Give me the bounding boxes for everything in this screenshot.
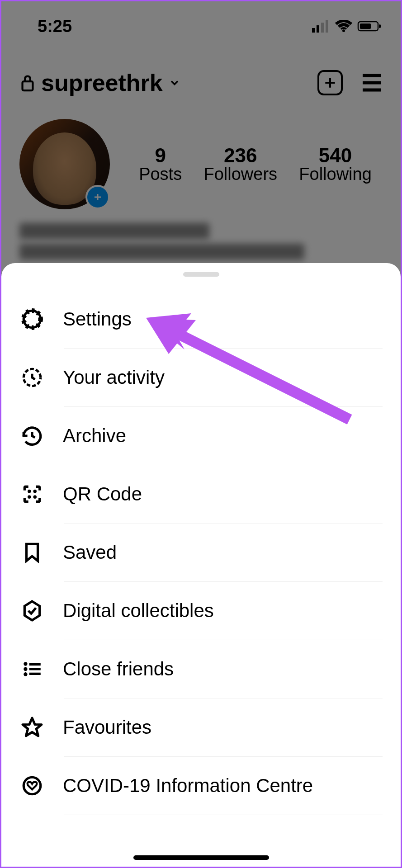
chevron-down-icon bbox=[168, 76, 181, 89]
following-count: 540 bbox=[319, 144, 352, 167]
svg-point-15 bbox=[33, 495, 37, 499]
svg-point-12 bbox=[28, 490, 31, 493]
svg-rect-0 bbox=[312, 28, 315, 33]
sheet-handle[interactable] bbox=[183, 272, 219, 277]
username-selector[interactable]: supreethrk bbox=[19, 69, 181, 96]
menu-bottom-sheet: Settings Your activity Archiv bbox=[1, 263, 401, 867]
svg-point-16 bbox=[24, 662, 27, 665]
qr-code-icon bbox=[19, 481, 45, 507]
settings-icon bbox=[19, 307, 45, 332]
status-bar: 5:25 bbox=[1, 1, 401, 51]
heart-circle-icon bbox=[19, 773, 45, 798]
followers-label: Followers bbox=[203, 165, 277, 184]
status-time: 5:25 bbox=[38, 17, 72, 36]
svg-rect-2 bbox=[321, 23, 324, 33]
followers-count: 236 bbox=[224, 144, 257, 167]
svg-rect-6 bbox=[360, 24, 371, 29]
menu-item-activity[interactable]: Your activity bbox=[19, 349, 383, 406]
plus-icon bbox=[92, 192, 103, 203]
menu-item-collectibles[interactable]: Digital collectibles bbox=[19, 582, 383, 640]
posts-stat[interactable]: 9 Posts bbox=[139, 144, 182, 184]
avatar-wrapper[interactable] bbox=[19, 119, 110, 209]
followers-stat[interactable]: 236 Followers bbox=[203, 144, 277, 184]
menu-item-archive[interactable]: Archive bbox=[19, 407, 383, 465]
menu-item-close-friends[interactable]: Close friends bbox=[19, 640, 383, 698]
menu-item-favourites[interactable]: Favourites bbox=[19, 698, 383, 756]
svg-rect-7 bbox=[379, 24, 381, 28]
menu-label: Settings bbox=[63, 308, 132, 330]
wifi-icon bbox=[335, 20, 353, 33]
svg-point-4 bbox=[342, 29, 345, 32]
cellular-signal-icon bbox=[312, 20, 330, 33]
svg-point-17 bbox=[24, 667, 27, 671]
battery-icon bbox=[357, 20, 383, 33]
home-indicator[interactable] bbox=[133, 855, 269, 860]
activity-icon bbox=[19, 365, 45, 390]
bio bbox=[19, 223, 313, 264]
menu-label: QR Code bbox=[63, 483, 142, 505]
plus-icon bbox=[323, 75, 337, 90]
svg-point-18 bbox=[24, 672, 27, 676]
create-button[interactable] bbox=[317, 70, 343, 95]
menu-item-saved[interactable]: Saved bbox=[19, 524, 383, 581]
following-stat[interactable]: 540 Following bbox=[299, 144, 372, 184]
menu-item-settings[interactable]: Settings bbox=[19, 290, 383, 348]
svg-rect-3 bbox=[326, 20, 328, 33]
username: supreethrk bbox=[41, 69, 163, 96]
following-label: Following bbox=[299, 165, 372, 184]
menu-label: Your activity bbox=[63, 367, 165, 388]
lock-icon bbox=[19, 74, 36, 92]
add-story-badge[interactable] bbox=[85, 185, 110, 209]
profile-header: supreethrk bbox=[1, 69, 401, 96]
menu-item-covid[interactable]: COVID-19 Information Centre bbox=[19, 757, 383, 815]
hexagon-check-icon bbox=[19, 598, 45, 623]
close-friends-icon bbox=[19, 656, 45, 682]
menu-label: Digital collectibles bbox=[63, 600, 214, 622]
menu-label: Archive bbox=[63, 425, 126, 447]
bookmark-icon bbox=[19, 540, 45, 565]
star-icon bbox=[19, 715, 45, 740]
archive-icon bbox=[19, 423, 45, 448]
menu-label: Close friends bbox=[63, 658, 174, 680]
posts-label: Posts bbox=[139, 165, 182, 184]
menu-label: COVID-19 Information Centre bbox=[63, 775, 313, 797]
status-icons bbox=[312, 20, 383, 33]
menu-list: Settings Your activity Archiv bbox=[1, 290, 401, 815]
svg-point-14 bbox=[28, 495, 31, 499]
menu-label: Saved bbox=[63, 542, 117, 563]
svg-rect-8 bbox=[23, 81, 33, 90]
posts-count: 9 bbox=[155, 144, 166, 167]
svg-point-13 bbox=[33, 490, 37, 493]
menu-item-qr[interactable]: QR Code bbox=[19, 465, 383, 523]
menu-label: Favourites bbox=[63, 717, 151, 738]
hamburger-menu-icon[interactable] bbox=[361, 74, 383, 92]
profile-stats: 9 Posts 236 Followers 540 Following bbox=[1, 119, 401, 209]
svg-rect-1 bbox=[317, 25, 319, 33]
